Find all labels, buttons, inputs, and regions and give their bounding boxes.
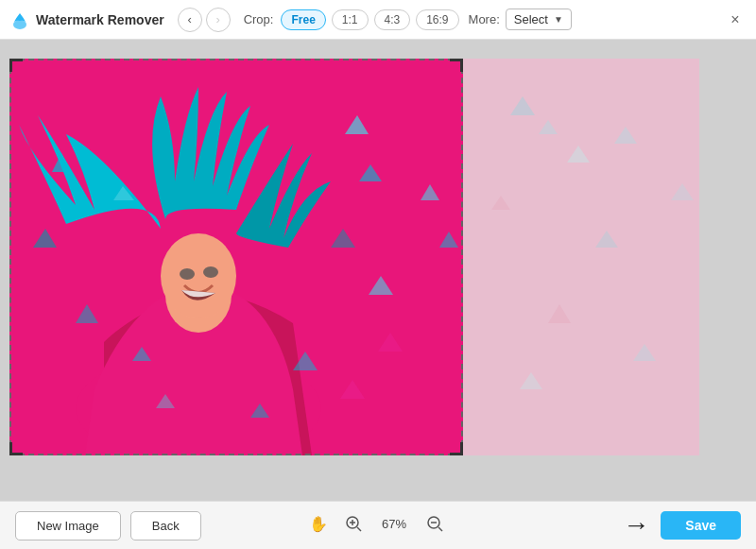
app-title: Watermark Remover [36, 12, 164, 27]
select-dropdown[interactable]: Select ▼ [506, 9, 572, 30]
zoom-out-icon [426, 515, 443, 532]
crop-1x1-button[interactable]: 1:1 [332, 9, 369, 30]
crop-options: Free 1:1 4:3 16:9 [281, 9, 458, 30]
crop-4x3-button[interactable]: 4:3 [374, 9, 411, 30]
zoom-level: 67% [375, 517, 413, 531]
titlebar: Watermark Remover ‹ › Crop: Free 1:1 4:3… [0, 0, 756, 40]
forward-nav-button[interactable]: › [206, 8, 231, 32]
zoom-controls: ✋ 67% [309, 511, 447, 536]
outside-crop-overlay [463, 59, 699, 455]
crop-16x9-button[interactable]: 16:9 [416, 9, 458, 30]
bottom-right-actions: → Save [623, 510, 741, 540]
zoom-in-button[interactable] [341, 511, 366, 536]
dropdown-arrow-icon: ▼ [554, 14, 563, 25]
bottom-bar: New Image Back ✋ 67% → Save [0, 501, 756, 549]
hand-tool-icon[interactable]: ✋ [309, 515, 328, 533]
more-label: More: [469, 12, 500, 26]
svg-line-35 [357, 527, 361, 531]
bottom-left-actions: New Image Back [15, 511, 201, 540]
save-button[interactable]: Save [661, 511, 741, 540]
svg-point-0 [13, 20, 26, 29]
arrow-right-icon: → [623, 510, 649, 540]
select-label: Select [514, 12, 548, 26]
zoom-out-button[interactable] [422, 511, 447, 536]
svg-point-5 [180, 268, 195, 280]
back-button[interactable]: Back [130, 511, 201, 540]
nav-controls: ‹ › [178, 8, 231, 32]
crop-free-button[interactable]: Free [281, 9, 325, 30]
zoom-in-icon [345, 515, 362, 532]
svg-point-6 [203, 266, 218, 278]
logo-icon [9, 9, 30, 30]
svg-point-4 [161, 233, 236, 318]
app-logo: Watermark Remover [9, 9, 164, 30]
canvas-area [0, 40, 756, 501]
svg-line-39 [438, 527, 442, 531]
close-button[interactable]: × [726, 10, 745, 29]
new-image-button[interactable]: New Image [15, 511, 121, 540]
back-nav-button[interactable]: ‹ [178, 8, 202, 32]
crop-label: Crop: [244, 12, 274, 26]
